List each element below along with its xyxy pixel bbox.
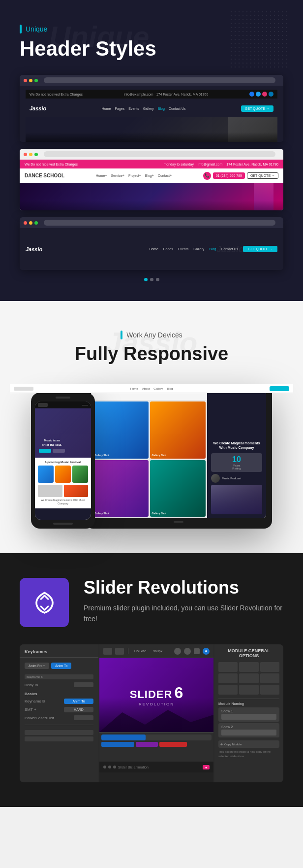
mockup2-email: info@gmail.com	[198, 163, 222, 166]
right-option-value-1	[221, 714, 276, 720]
tablet-screen: Home About Gallery Blog Gallery Shot	[91, 390, 266, 518]
phone-menu-icons	[82, 405, 88, 405]
browser-url-bar	[44, 77, 275, 83]
phone-screen-inner: Music is an art of the soul. Upcoming Mu…	[35, 401, 91, 520]
tablet-img-4: Gallery Shot	[150, 460, 206, 517]
mockup2-topbar-notice: We Do not received Extra Charges	[25, 163, 78, 166]
img1-label: Gallery Shot	[94, 454, 109, 457]
topbar-mid: info@example.com	[124, 93, 153, 96]
right-cell-3	[260, 662, 279, 672]
slider-row-smt: SMT + HARD	[20, 705, 98, 714]
mockup2-cta: GET QUOTE →	[247, 172, 278, 179]
phone-nav	[35, 401, 91, 408]
header-styles-accent: Unique	[20, 25, 283, 33]
toolbar-btn-1	[103, 648, 112, 655]
timeline-track-1	[101, 734, 212, 740]
slider-basics-section: Basics	[20, 689, 98, 697]
social-li	[269, 92, 273, 97]
slider-revolution-icon	[31, 589, 58, 616]
slider-brand-text: SLIDER	[130, 688, 173, 701]
tablet-img-3: Gallery Shot	[92, 460, 149, 517]
toolbar-width: 960px	[151, 648, 164, 654]
responsive-title: Fully Responsive	[20, 343, 283, 365]
bottom-bar-badge: ●	[203, 765, 210, 769]
mockup2-nav-links: Home+ Service+ Project+ Blog+ Contact+	[96, 174, 172, 177]
slider-brand-sub: REVOLUTION	[130, 702, 183, 706]
devices-container: Music is an art of the soul. Upcoming Mu…	[10, 384, 293, 529]
phone-card-5	[64, 485, 89, 497]
mockup3-logo: Jassio	[26, 246, 42, 252]
slider-header-text: Slider Revolutions Premium slider plugin…	[84, 578, 283, 624]
mockup1-nav: Jassio Home Pages Events Gallery Blog Co…	[26, 101, 277, 115]
anim-from-btn: Anim From	[25, 663, 49, 669]
dot-1	[150, 278, 153, 281]
toolbar-settings	[194, 648, 200, 654]
tablet-img-2: Gallery Shot	[150, 401, 206, 459]
mockup2-hours: monday to saturday	[164, 163, 194, 166]
right-action-btn[interactable]: ⊕ Copy Module	[218, 740, 279, 748]
toolbar-circle-1	[174, 648, 181, 655]
browser-mockup-1: We Do not received Extra Charges info@ex…	[20, 75, 283, 142]
bottom-dot-2	[108, 766, 111, 768]
toolbar-btn-2	[115, 648, 124, 655]
img2-label: Gallery Shot	[152, 454, 166, 457]
dot-yellow-3	[29, 221, 32, 225]
slider-bottom-bar: Slider Biz animation ●	[99, 762, 213, 772]
timeline-item-2	[136, 742, 158, 747]
phone-section-title: Upcoming Music Festival	[38, 461, 88, 464]
dot-green	[34, 79, 38, 82]
phone-btn-1	[39, 449, 51, 453]
right-divider	[218, 699, 279, 699]
extra-field-2	[25, 736, 93, 741]
slider-panel-left: Keyframes Anim From Anim To Stayname B D…	[20, 644, 98, 782]
phone-notch	[56, 397, 70, 399]
tablet-screen-inner: Home About Gallery Blog Gallery Shot	[91, 390, 266, 518]
slider-toolbar: ColSize 960px ●	[99, 644, 213, 658]
hamburger-line	[82, 405, 88, 405]
dot-yellow-2	[29, 153, 32, 156]
section-header-styles: Unique Unique Header Styles We Do not re…	[0, 0, 303, 301]
slider-panel-title: Keyframes	[20, 649, 98, 658]
right-cell-7	[218, 685, 238, 695]
tablet-person-image	[211, 485, 262, 514]
slider-row-keyname: Stayname B	[20, 673, 98, 681]
right-option-label-1: Show 1	[221, 709, 276, 713]
topbar-left: We Do not received Extra Charges	[30, 93, 83, 96]
slider-right-grid	[218, 662, 279, 695]
right-cell-5	[239, 673, 258, 683]
social-ig	[262, 92, 267, 97]
mockup2-address: 174 Foster Ave, Natick, MA 01780	[226, 163, 278, 166]
browser-topbar-3	[20, 217, 283, 228]
mockup2-nav: DANCE SCHOOL Home+ Service+ Project+ Blo…	[20, 168, 283, 183]
accent-bar	[20, 25, 22, 33]
tablet-person-bg	[211, 485, 262, 514]
right-cell-8	[239, 685, 258, 695]
toolbar-colsize: ColSize	[132, 648, 148, 654]
tablet-years-num: 10	[214, 455, 259, 464]
phone-home-bar	[53, 523, 73, 525]
slider-header: Slider Revolutions Premium slider plugin…	[20, 578, 283, 627]
slider-panel-center: ColSize 960px ●	[99, 644, 213, 782]
phone-icon: 📞	[203, 172, 211, 180]
right-option-1: Show 1	[218, 707, 279, 722]
ease-value: Anim To	[64, 699, 93, 704]
slider-row-delay: Delay To	[20, 681, 98, 689]
dots-indicator	[20, 278, 283, 281]
mockup1-hero	[26, 117, 277, 142]
mockup2-hero	[20, 183, 283, 210]
dot-red	[24, 79, 27, 82]
mockup2-logo: DANCE SCHOOL	[25, 173, 64, 178]
tablet-main-area: Gallery Shot Gallery Shot Gallery Shot G…	[91, 390, 207, 518]
tablet-years-badge: 10 Years Rating	[211, 453, 262, 472]
smt-value: HARD	[64, 707, 93, 712]
right-cell-4	[218, 673, 238, 683]
phone-cta-row	[39, 449, 65, 453]
slider-row-power: PowerEase&Dist	[20, 714, 98, 722]
browser-mockup-2: We Do not received Extra Charges monday …	[20, 149, 283, 210]
tablet-person-label: Music Podcast	[222, 477, 241, 480]
slider-panel-right: MODULE GENERAL OPTIONS Module Naming Sho…	[214, 644, 283, 782]
mockup1-topbar: We Do not received Extra Charges info@ex…	[26, 90, 277, 99]
browser-topbar-2	[20, 149, 283, 160]
mockup1-nav-links: Home Pages Events Gallery Blog Contact U…	[102, 107, 186, 110]
right-option-label-2: Show 2	[221, 725, 276, 729]
